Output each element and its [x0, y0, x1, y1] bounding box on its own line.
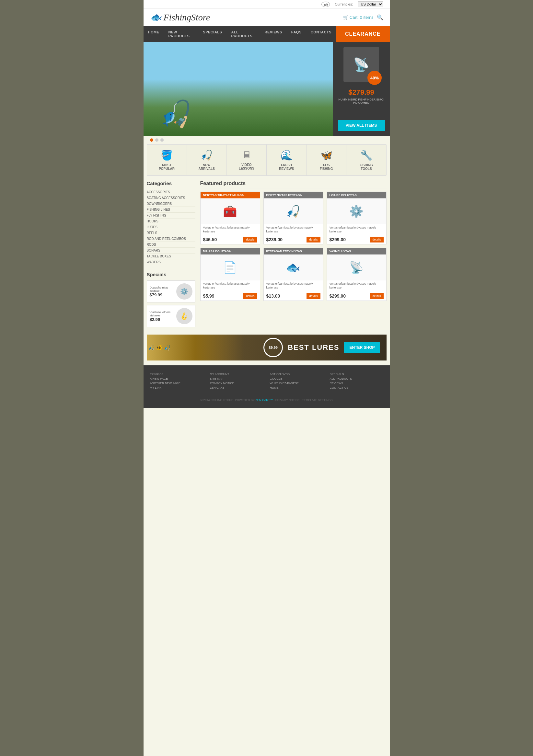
quick-link-video-lessons[interactable]: 🖥 VIDEOLESSONS [227, 145, 266, 176]
lure-1: 🎣 [148, 345, 155, 351]
lure-3: 🎣 [164, 345, 170, 351]
details-button-4[interactable]: details [243, 293, 257, 299]
nav-all-products[interactable]: ALL PRODUCTS [226, 26, 260, 42]
product-footer-1: $46.50 details [201, 235, 260, 244]
details-button-1[interactable]: details [243, 237, 257, 242]
quick-link-new-arrivals[interactable]: 🎣 NEWARRIVALS [187, 145, 227, 176]
fishing-tools-label: FISHINGTOOLS [360, 163, 373, 171]
most-popular-label: MOSTPOPULAR [159, 163, 175, 171]
special-price-1: $79.99 [150, 292, 174, 297]
product-image-1: 🧰 [201, 199, 260, 224]
product-desc-4: Vertas erfyamiusa lerbyases masely kerte… [201, 281, 260, 291]
quick-link-most-popular[interactable]: 🪣 MOSTPOPULAR [147, 145, 187, 176]
footer-link-specials[interactable]: SPECIALS [330, 372, 383, 376]
nav-new-products[interactable]: NEW PRODUCTS [164, 26, 199, 42]
footer-col-4: SPECIALS ALL PRODUCTS REVIEWS CONTACT US [330, 372, 383, 390]
cart-icon: 🛒 [343, 15, 348, 20]
product-image-2: 🎣 [264, 199, 323, 224]
product-desc-5: Vertas erfyamiusa lerbyases masely kerte… [264, 281, 323, 291]
footer-link-my-account[interactable]: MY ACCOUNT [210, 372, 264, 376]
footer-link-privacy-notice[interactable]: PRIVACY NOTICE [210, 381, 264, 386]
special-item-2[interactable]: Vtastase lefbers aietases $2.99 🪝 [147, 305, 195, 327]
slider-dot-3[interactable] [160, 138, 164, 142]
product-card-5: FTREASAD ERTY NIYTAS 🐟 Vertas erfyamiusa… [264, 248, 323, 301]
nav-specials[interactable]: SPECIALS [198, 26, 226, 42]
details-button-3[interactable]: details [370, 237, 383, 242]
currencies-label: Currencies: [335, 2, 353, 6]
categories-list: ACCESSORIES BOATING ACCESSORIES DOWNRIGG… [147, 189, 195, 265]
cat-waders[interactable]: WADERS [147, 259, 195, 265]
cat-lures[interactable]: LURES [147, 224, 195, 230]
product-price-1: $46.50 [203, 237, 217, 242]
cat-fishing-lines[interactable]: FISHING LINES [147, 207, 195, 213]
cat-rod-reel-combos[interactable]: ROD AND REEL COMBOS [147, 236, 195, 242]
product-price-2: $239.00 [266, 237, 283, 242]
new-arrivals-label: NEWARRIVALS [199, 163, 215, 171]
nav-reviews[interactable]: REVIEWS [260, 26, 287, 42]
footer-link-google[interactable]: GOOGLE [270, 376, 323, 381]
footer-link-contact-us[interactable]: CONTACT US [330, 386, 383, 390]
product-footer-3: $299.00 details [327, 235, 386, 244]
cat-reels[interactable]: REELS [147, 230, 195, 236]
details-button-5[interactable]: details [307, 293, 320, 299]
promo-badge: 40% [368, 71, 382, 85]
nav-home[interactable]: HOME [143, 26, 164, 42]
enter-shop-button[interactable]: ENTER SHOP [344, 342, 380, 353]
special-desc-1: Dopauhe mias kustase [150, 286, 174, 292]
search-button[interactable]: 🔍 [377, 14, 383, 20]
details-button-6[interactable]: details [370, 293, 383, 299]
product-header-6: VASMELUYTAS [327, 248, 386, 255]
cat-rods[interactable]: RODS [147, 242, 195, 248]
special-desc-2: Vtastase lefbers aietases [150, 310, 174, 317]
cat-downriggers[interactable]: DOWNRIGGERS [147, 201, 195, 207]
view-all-button[interactable]: VIEW ALL ITEMS [338, 120, 385, 131]
language-button[interactable]: En [321, 2, 330, 7]
cat-sonars[interactable]: SONARS [147, 248, 195, 254]
clearance-button[interactable]: CLEARANCE [336, 26, 390, 42]
footer-zen-cart-link[interactable]: ZEN CART™ [255, 398, 273, 402]
special-price-2: $2.99 [150, 317, 174, 322]
categories-title: Categories [147, 180, 195, 186]
main-content: Categories ACCESSORIES BOATING ACCESSORI… [143, 180, 390, 335]
cat-tackle-boxes[interactable]: TACKLE BOXES [147, 254, 195, 259]
footer-link-all-products[interactable]: ALL PRODUCTS [330, 376, 383, 381]
slider-dot-1[interactable] [150, 138, 153, 142]
quick-link-fly-fishing[interactable]: 🦋 FLY-FISHING [307, 145, 346, 176]
product-card-6: VASMELUYTAS 📡 Vertas erfyamiusa lerbyase… [327, 248, 387, 301]
quick-link-fresh-reviews[interactable]: 🌊 FRESHREVIEWS [266, 145, 307, 176]
banner-price-circle: $9.99 [264, 338, 283, 357]
cat-boating[interactable]: BOATING ACCESSORIES [147, 195, 195, 201]
cat-hooks[interactable]: HOOKS [147, 219, 195, 224]
quick-link-fishing-tools[interactable]: 🔧 FISHINGTOOLS [346, 145, 386, 176]
footer-link-action-dvds[interactable]: ACTION DVDS [270, 372, 323, 376]
promo-device-image: 📡 40% [343, 47, 379, 82]
special-item-1[interactable]: Dopauhe mias kustase $79.99 ⚙️ [147, 281, 195, 303]
footer-link-reviews[interactable]: REVIEWS [330, 381, 383, 386]
product-footer-5: $13.00 details [264, 291, 323, 301]
lures-image: 🎣 🐠 🎣 [147, 335, 244, 361]
cat-fly-fishing[interactable]: FLY FISHING [147, 213, 195, 219]
special-info-1: Dopauhe mias kustase $79.99 [150, 286, 174, 297]
footer-link-what-is-ez-pages[interactable]: WHAT IS EZ-PAGES? [270, 381, 323, 386]
cat-accessories[interactable]: ACCESSORIES [147, 189, 195, 195]
footer-link-another-new-page[interactable]: ANOTHER NEW PAGE [150, 381, 203, 386]
currency-select[interactable]: US Dollar [358, 1, 383, 7]
product-header-3: LOIURE DELUYTAS [327, 192, 386, 199]
nav-faqs[interactable]: FAQS [287, 26, 306, 42]
footer-link-ezpages[interactable]: EZPAGES [150, 372, 203, 376]
featured-products-title: Featured products [200, 180, 387, 188]
cart-info: 🛒 Cart: 0 items [343, 15, 373, 20]
slider-dot-2[interactable] [155, 138, 159, 142]
lures-banner: 🎣 🐠 🎣 $9.99 BEST LURES ENTER SHOP [147, 335, 387, 361]
navigation: HOME NEW PRODUCTS SPECIALS ALL PRODUCTS … [143, 26, 390, 42]
product-desc-2: Vertas erfyamiusa lerbyases masely kerte… [264, 224, 323, 235]
details-button-2[interactable]: details [307, 237, 320, 242]
footer-link-site-map[interactable]: SITE MAP [210, 376, 264, 381]
nav-contacts[interactable]: CONTACTS [306, 26, 336, 42]
footer-link-home[interactable]: HOME [270, 386, 323, 390]
footer-link-a-new-page[interactable]: A NEW PAGE [150, 376, 203, 381]
logo-fish-icon: 🐟 [150, 12, 161, 22]
footer-link-zen-cart[interactable]: ZEN CART [210, 386, 264, 390]
product-header-5: FTREASAD ERTY NIYTAS [264, 248, 323, 255]
footer-link-my-link[interactable]: MY LINK [150, 386, 203, 390]
